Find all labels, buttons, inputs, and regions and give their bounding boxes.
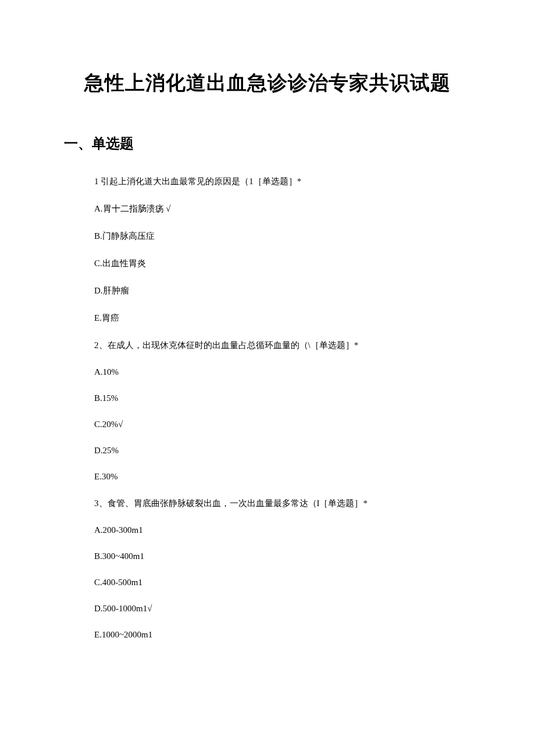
document-title: 急性上消化道出血急诊诊治专家共识试题 — [64, 70, 471, 96]
question-option: B.15% — [64, 393, 471, 403]
section-heading: 一、单选题 — [64, 134, 471, 153]
question-option: C.出血性胃炎 — [64, 258, 471, 269]
question-option: A.10% — [64, 367, 471, 377]
question-prompt: 2、在成人，出现休克体征时的出血量占总循环血量的（\［单选题］* — [64, 340, 471, 351]
question-option: E.胃癌 — [64, 313, 471, 324]
question-option: B.300~400m1 — [64, 551, 471, 561]
question-prompt: 1 引起上消化道大出血最常见的原因是（1［单选题］* — [64, 176, 471, 187]
question-option: B.门静脉高压症 — [64, 231, 471, 242]
question-option: D.500-1000m1√ — [64, 604, 471, 614]
question-block: 2、在成人，出现休克体征时的出血量占总循环血量的（\［单选题］* A.10% B… — [64, 340, 471, 482]
question-option: E.1000~2000m1 — [64, 630, 471, 640]
question-option: E.30% — [64, 472, 471, 482]
question-option: C.400-500m1 — [64, 578, 471, 587]
question-option: D.肝肿瘤 — [64, 285, 471, 296]
question-option: A.胃十二指肠溃疡 √ — [64, 203, 471, 214]
question-prompt: 3、食管、胃底曲张静脉破裂出血，一次出血量最多常达（I［单选题］* — [64, 498, 471, 509]
question-block: 3、食管、胃底曲张静脉破裂出血，一次出血量最多常达（I［单选题］* A.200-… — [64, 498, 471, 640]
question-option: D.25% — [64, 446, 471, 456]
question-block: 1 引起上消化道大出血最常见的原因是（1［单选题］* A.胃十二指肠溃疡 √ B… — [64, 176, 471, 324]
question-option: A.200-300m1 — [64, 525, 471, 535]
question-option: C.20%√ — [64, 420, 471, 429]
